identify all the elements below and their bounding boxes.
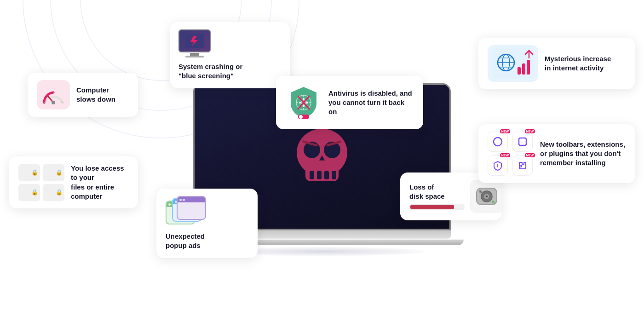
disk-space-label: Loss ofdisk space bbox=[409, 183, 465, 201]
svg-point-36 bbox=[303, 98, 305, 100]
card-popup-ads: Unexpectedpopup ads bbox=[156, 189, 258, 258]
svg-rect-5 bbox=[310, 171, 314, 179]
svg-point-53 bbox=[494, 138, 502, 146]
card-antivirus: Antivirus is disabled, andyou cannot tur… bbox=[276, 76, 423, 129]
disk-bar-container bbox=[409, 204, 465, 210]
svg-point-37 bbox=[303, 105, 305, 107]
new-badge-2: NEW bbox=[525, 129, 535, 133]
new-badge-1: NEW bbox=[500, 129, 510, 133]
lose-access-label: You lose access to yourfiles or entire c… bbox=[71, 164, 129, 201]
card-internet: Mysterious increasein internet activity bbox=[478, 38, 635, 89]
system-crash-label: System crashing or"blue screening" bbox=[178, 62, 242, 81]
svg-rect-7 bbox=[324, 171, 329, 179]
svg-rect-8 bbox=[332, 171, 336, 179]
card-system-crash: System crashing or"blue screening" bbox=[170, 22, 290, 88]
hard-disk-icon bbox=[470, 180, 503, 213]
skull-icon bbox=[285, 121, 359, 192]
shield-graphic bbox=[285, 83, 322, 120]
internet-graphic bbox=[492, 48, 534, 79]
crash-screen-graphic bbox=[185, 34, 204, 48]
svg-point-39 bbox=[306, 102, 308, 104]
svg-rect-6 bbox=[317, 171, 322, 179]
disk-space-content: Loss ofdisk space bbox=[409, 183, 465, 211]
file-item-3: 🔒 bbox=[18, 184, 40, 201]
computer-slow-label: Computer slows down bbox=[76, 86, 129, 104]
hdd-graphic bbox=[475, 184, 499, 208]
card-lose-access: 🔒 🔒 🔒 🔒 You lose access to yourfiles or … bbox=[9, 156, 138, 208]
crash-monitor-icon bbox=[178, 29, 211, 58]
new-badge-4: NEW bbox=[525, 153, 535, 157]
toolbar-puzzle-icon: NEW bbox=[512, 155, 533, 176]
svg-point-43 bbox=[299, 115, 303, 119]
svg-rect-23 bbox=[527, 60, 530, 75]
new-badge-3: NEW bbox=[500, 153, 510, 157]
toolbar-square-icon: NEW bbox=[512, 132, 533, 152]
svg-point-48 bbox=[486, 196, 488, 197]
toolbar-icons: NEW NEW NEW NEW bbox=[488, 132, 534, 176]
card-toolbars: NEW NEW NEW NEW New bbox=[478, 124, 635, 183]
main-scene: System crashing or"blue screening" M bbox=[0, 0, 644, 322]
svg-rect-22 bbox=[522, 63, 525, 75]
antivirus-label: Antivirus is disabled, andyou cannot tur… bbox=[328, 89, 414, 117]
toolbars-label: New toolbars, extensions,or plugins that… bbox=[540, 140, 625, 168]
toolbar-circle-icon: NEW bbox=[488, 132, 508, 152]
svg-rect-54 bbox=[519, 138, 526, 145]
file-item-2: 🔒 bbox=[43, 164, 64, 181]
svg-point-26 bbox=[52, 101, 55, 104]
toolbar-shield-ext-icon: NEW bbox=[488, 155, 508, 176]
locked-files-icon: 🔒 🔒 🔒 🔒 bbox=[18, 164, 64, 201]
antivirus-shield-icon bbox=[285, 83, 322, 122]
popup-ads-icon bbox=[166, 196, 207, 228]
internet-icon bbox=[488, 45, 538, 82]
svg-point-38 bbox=[299, 102, 301, 104]
file-item-4: 🔒 bbox=[43, 184, 64, 201]
speed-gauge-graphic bbox=[40, 83, 66, 106]
card-computer-slow: Computer slows down bbox=[28, 73, 138, 117]
gauge-icon bbox=[37, 80, 70, 109]
internet-activity-label: Mysterious increasein internet activity bbox=[545, 54, 611, 73]
popup-ads-label: Unexpectedpopup ads bbox=[166, 232, 205, 251]
file-item-1: 🔒 bbox=[18, 164, 40, 181]
svg-rect-21 bbox=[518, 67, 521, 75]
svg-point-52 bbox=[492, 201, 494, 203]
